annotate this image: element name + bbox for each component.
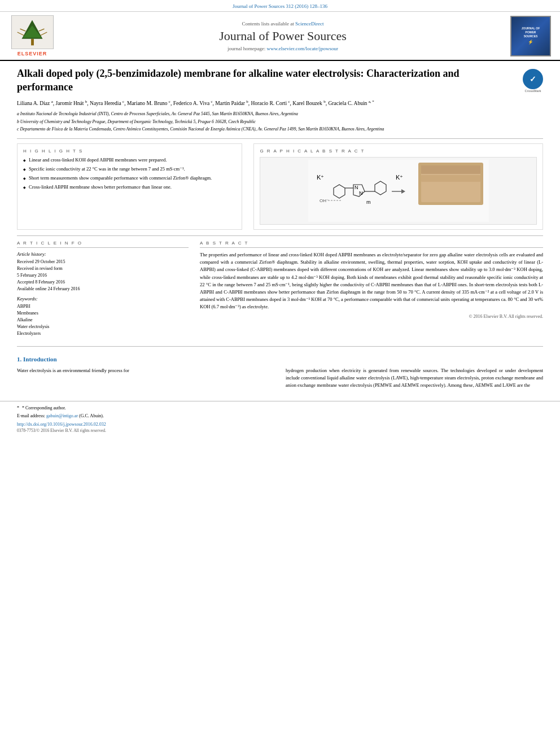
abstract-header: A B S T R A C T — [200, 241, 543, 248]
issn-line: 0378-7753/© 2016 Elsevier B.V. All right… — [17, 428, 543, 433]
affiliation-c: c Departamento de Física de la Materia C… — [17, 126, 543, 133]
abstract-text: The properties and performance of linear… — [200, 251, 543, 311]
introduction-columns: Water electrolysis is an environmental f… — [17, 367, 543, 390]
svg-rect-12 — [421, 175, 480, 182]
highlights-section: H I G H L I G H T S Linear and cross-lin… — [17, 143, 242, 230]
elsevier-logo: ELSEVIER — [7, 15, 58, 56]
article-info-section: A R T I C L E I N F O Article history: R… — [17, 241, 189, 340]
introduction-title: 1. Introduction — [17, 356, 543, 362]
doi-url[interactable]: http://dx.doi.org/10.1016/j.jpowsour.201… — [17, 422, 106, 427]
journal-badge: JOURNAL OFPOWERSOURCES ⚡ — [508, 15, 553, 56]
intro-right-text: hydrogen production when electricity is … — [286, 367, 543, 390]
keyword-5: Electrolyzers — [17, 330, 189, 337]
graphical-abstract-section: G R A P H I C A L A B S T R A C T — [253, 143, 543, 230]
journal-homepage-line: journal homepage: www.elsevier.com/locat… — [228, 46, 338, 51]
journal-homepage-url[interactable]: www.elsevier.com/locate/jpowsour — [267, 46, 338, 51]
highlight-item-3: Short term measurements show comparable … — [23, 175, 236, 182]
elsevier-brand-text: ELSEVIER — [18, 51, 47, 56]
svg-rect-1 — [31, 39, 34, 46]
highlights-graphical-row: H I G H L I G H T S Linear and cross-lin… — [17, 143, 543, 230]
elsevier-tree-image — [11, 15, 54, 49]
introduction-section: 1. Introduction Water electrolysis is an… — [17, 356, 543, 390]
accepted-date: Accepted 8 February 2016 — [17, 279, 189, 286]
abstract-copyright: © 2016 Elsevier B.V. All rights reserved… — [200, 314, 543, 319]
svg-text:OH⁻: OH⁻ — [320, 198, 329, 203]
top-divider — [17, 138, 543, 139]
affiliation-b: b University of Chemistry and Technology… — [17, 119, 543, 125]
article-content: ✓ CrossMark Alkali doped poly (2,5-benzi… — [0, 61, 560, 395]
intro-right-col: hydrogen production when electricity is … — [286, 367, 543, 390]
article-title: Alkali doped poly (2,5-benzimidazole) me… — [17, 67, 543, 94]
corresponding-label: * Corresponding author. — [22, 405, 66, 410]
science-direct-link[interactable]: ScienceDirect — [295, 21, 323, 27]
journal-citation-bar: Journal of Power Sources 312 (2016) 128–… — [0, 0, 560, 12]
journal-citation: Journal of Power Sources 312 (2016) 128–… — [233, 3, 327, 9]
keywords-label: Keywords: — [17, 296, 189, 302]
info-abstract-row: A R T I C L E I N F O Article history: R… — [17, 241, 543, 340]
corresponding-author-note: * * Corresponding author. — [17, 405, 543, 412]
svg-text:m: m — [366, 199, 371, 205]
journal-title: Journal of Power Sources — [219, 29, 346, 43]
online-date: Available online 24 February 2016 — [17, 286, 189, 292]
intro-left-text: Water electrolysis is an environmental f… — [17, 367, 274, 374]
doi-line[interactable]: http://dx.doi.org/10.1016/j.jpowsour.201… — [17, 422, 543, 427]
star-symbol: * — [17, 405, 19, 410]
abstract-section: A B S T R A C T The properties and perfo… — [200, 241, 543, 340]
highlights-header: H I G H L I G H T S — [23, 148, 236, 154]
journal-center: Contents lists available at ScienceDirec… — [63, 15, 502, 56]
contents-available-line: Contents lists available at ScienceDirec… — [242, 21, 324, 27]
graphical-abstract-header: G R A P H I C A L A B S T R A C T — [260, 148, 537, 154]
highlight-item-4: Cross-linked ABPBI membrane shows better… — [23, 184, 236, 191]
affiliation-a: a Instituto Nacional de Tecnología Indus… — [17, 111, 543, 117]
keyword-3: Alkaline — [17, 317, 189, 324]
highlight-item-2: Specific ionic conductivity at 22 °C was… — [23, 166, 236, 173]
crossmark-icon: ✓ — [523, 69, 543, 89]
revised-date: 5 February 2016 — [17, 272, 189, 279]
email-suffix: (G.C. Abuin). — [79, 413, 104, 418]
article-history-label: Article history: — [17, 251, 189, 257]
graphical-abstract-image: K⁺ K⁺ N N — [260, 157, 537, 225]
email-address[interactable]: gabuin@intigo.ar — [46, 413, 78, 418]
svg-rect-11 — [421, 165, 480, 174]
svg-text:K⁺: K⁺ — [396, 174, 403, 181]
intro-left-col: Water electrolysis is an environmental f… — [17, 367, 274, 390]
highlight-item-1: Linear and cross-linked KOH doped ABPBI … — [23, 157, 236, 164]
svg-text:K⁺: K⁺ — [317, 174, 324, 181]
authors-text: Liliana A. Diaz a, Jaromír Hnát b, Nayra… — [17, 101, 374, 106]
page: Journal of Power Sources 312 (2016) 128–… — [0, 0, 560, 747]
footer: * * Corresponding author. E-mail address… — [0, 401, 560, 436]
power-sources-badge-image: JOURNAL OFPOWERSOURCES ⚡ — [510, 16, 551, 56]
crossmark-container: ✓ CrossMark — [523, 69, 543, 93]
highlights-list: Linear and cross-linked KOH doped ABPBI … — [23, 157, 236, 191]
keyword-2: Membranes — [17, 310, 189, 317]
received-date: Received 29 October 2015 — [17, 259, 189, 265]
authors-line: Liliana A. Diaz a, Jaromír Hnát b, Nayra… — [17, 99, 543, 107]
affiliations: a Instituto Nacional de Tecnología Indus… — [17, 111, 543, 133]
svg-text:N: N — [355, 185, 358, 190]
revised-label: Received in revised form — [17, 265, 189, 272]
email-label: E-mail address: — [17, 413, 45, 418]
keyword-1: ABPBI — [17, 303, 189, 310]
keywords-section: Keywords: ABPBI Membranes Alkaline Water… — [17, 296, 189, 337]
svg-text:N: N — [359, 190, 363, 196]
intro-divider — [17, 346, 543, 347]
article-history: Article history: Received 29 October 201… — [17, 251, 189, 292]
article-info-header: A R T I C L E I N F O — [17, 241, 189, 248]
keyword-4: Water electrolysis — [17, 324, 189, 330]
title-row: ✓ CrossMark Alkali doped poly (2,5-benzi… — [17, 67, 543, 94]
mid-divider — [17, 235, 543, 236]
journal-header: ELSEVIER Contents lists available at Sci… — [0, 12, 560, 61]
email-note: E-mail address: gabuin@intigo.ar (G.C. A… — [17, 413, 543, 420]
